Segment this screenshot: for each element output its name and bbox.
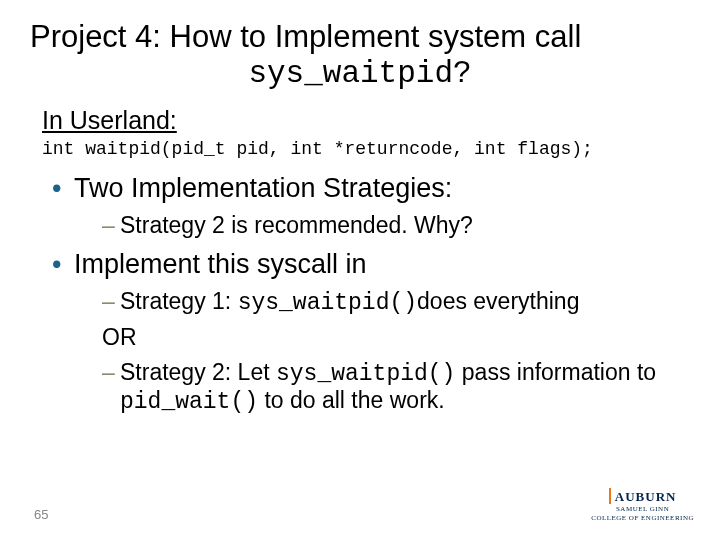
title-line-1: Project 4: How to Implement system call bbox=[30, 18, 690, 55]
bullet-strategies: Two Implementation Strategies: Strategy … bbox=[52, 173, 690, 239]
slide-title: Project 4: How to Implement system call … bbox=[30, 18, 690, 92]
bullet-list: Two Implementation Strategies: Strategy … bbox=[30, 173, 690, 415]
strategy2-code2: pid_wait() bbox=[120, 389, 258, 415]
logo-subtitle-2: COLLEGE OF ENGINEERING bbox=[591, 515, 694, 522]
sublist-implement-2: Strategy 2: Let sys_waitpid() pass infor… bbox=[74, 359, 690, 415]
logo-subtitle-1: SAMUEL GINN bbox=[591, 506, 694, 513]
page-number: 65 bbox=[34, 507, 48, 522]
sublist-strategies: Strategy 2 is recommended. Why? bbox=[74, 212, 690, 239]
bullet-implement-text: Implement this syscall in bbox=[74, 249, 367, 279]
strategy2-post: to do all the work. bbox=[258, 387, 445, 413]
bullet-implement: Implement this syscall in Strategy 1: sy… bbox=[52, 249, 690, 415]
logo-bar-icon bbox=[609, 488, 611, 504]
subbullet-recommended: Strategy 2 is recommended. Why? bbox=[102, 212, 690, 239]
subbullet-strategy-2: Strategy 2: Let sys_waitpid() pass infor… bbox=[102, 359, 690, 415]
logo-text: AUBURN bbox=[615, 489, 677, 504]
logo-name: AUBURN bbox=[591, 488, 694, 504]
bullet-strategies-text: Two Implementation Strategies: bbox=[74, 173, 452, 203]
or-separator: OR bbox=[102, 324, 690, 351]
strategy1-post: does everything bbox=[417, 288, 579, 314]
strategy2-code1: sys_waitpid() bbox=[276, 361, 455, 387]
title-code: sys_waitpid? bbox=[30, 55, 690, 92]
strategy2-pre: Strategy 2: Let bbox=[120, 359, 276, 385]
strategy1-code: sys_waitpid() bbox=[238, 290, 417, 316]
auburn-logo: AUBURN SAMUEL GINN COLLEGE OF ENGINEERIN… bbox=[591, 488, 694, 522]
strategy1-pre: Strategy 1: bbox=[120, 288, 238, 314]
strategy2-mid: pass information to bbox=[455, 359, 656, 385]
slide: Project 4: How to Implement system call … bbox=[0, 0, 720, 540]
subbullet-strategy-1: Strategy 1: sys_waitpid()does everything bbox=[102, 288, 690, 316]
sublist-implement: Strategy 1: sys_waitpid()does everything bbox=[74, 288, 690, 316]
function-signature: int waitpid(pid_t pid, int *returncode, … bbox=[42, 139, 690, 159]
subheading-userland: In Userland: bbox=[42, 106, 690, 135]
